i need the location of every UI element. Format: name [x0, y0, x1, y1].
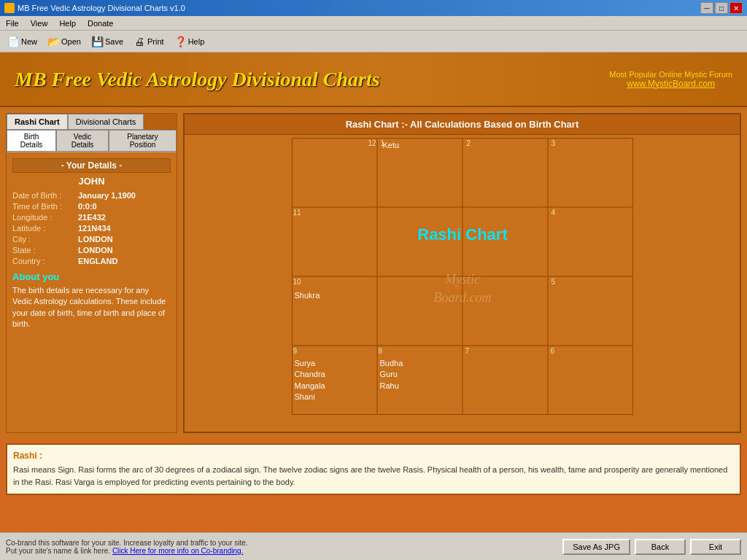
longitude-row: Longitude : 21E432 [12, 213, 171, 222]
cell-9-num: 9 [293, 347, 298, 355]
dob-value: January 1,1900 [78, 191, 136, 200]
about-text: The birth details are necessary for any … [12, 285, 171, 330]
header-banner: MB Free Vedic Astrology Divisional Chart… [0, 52, 747, 107]
window-title: MB Free Vedic Astrology Divisional Chart… [18, 4, 185, 12]
main-content: Rashi Chart Divisional Charts Birth Deta… [0, 107, 747, 439]
status-buttons: Save As JPG Back Exit [562, 539, 741, 555]
latitude-label: Latitude : [12, 224, 78, 233]
cell-10-num: 10 [293, 278, 301, 286]
chart-wrapper: Rashi Chart Mystic Board.com 12 1 Ketu 2… [185, 135, 740, 418]
status-text: Co-brand this software for your site. In… [6, 539, 248, 555]
status-bar: Co-brand this software for your site. In… [0, 532, 747, 560]
save-icon: 💾 [91, 36, 103, 47]
new-button[interactable]: 📄 New [4, 34, 40, 49]
save-button[interactable]: 💾 Save [88, 34, 126, 49]
longitude-value: 21E432 [78, 213, 106, 222]
subtab-planetary-position[interactable]: Planetary Position [109, 130, 177, 152]
dob-row: Date of Birth : January 1,1900 [12, 191, 171, 200]
menu-view[interactable]: View [28, 18, 51, 28]
cell-8-num: 8 [379, 347, 383, 355]
cell-5-num: 5 [551, 278, 556, 286]
website-link[interactable]: www.MysticBoard.com [609, 79, 732, 89]
tob-label: Time of Birth : [12, 202, 78, 211]
tagline: Most Popular Online Mystic Forum [609, 70, 732, 79]
maximize-button[interactable]: □ [715, 2, 728, 14]
dob-label: Date of Birth : [12, 191, 78, 200]
save-jpg-button[interactable]: Save As JPG [562, 539, 630, 555]
status-line2: Put your site's name & link here. Click … [6, 547, 248, 555]
app-icon [4, 3, 15, 13]
cobrand-link[interactable]: Click Here for more info on Co-branding. [112, 547, 244, 555]
desc-title: Rashi : [13, 451, 734, 461]
details-title: - Your Details - [12, 158, 171, 173]
exit-button[interactable]: Exit [690, 539, 741, 555]
back-button[interactable]: Back [635, 539, 686, 555]
menu-file[interactable]: File [3, 18, 22, 28]
cell-2-num: 2 [467, 139, 471, 147]
subtab-birth-details[interactable]: Birth Details [7, 130, 56, 152]
latitude-value: 121N434 [78, 224, 111, 233]
tob-row: Time of Birth : 0:0:0 [12, 202, 171, 211]
window-controls: ─ □ ✕ [700, 2, 743, 14]
state-label: State : [12, 246, 78, 254]
country-value: ENGLAND [78, 257, 117, 265]
cell-4-num: 4 [551, 209, 556, 217]
help-button[interactable]: ❓ Help [171, 34, 208, 49]
description-box: Rashi : Rasi means Sign. Rasi forms the … [6, 443, 741, 495]
desc-text: Rasi means Sign. Rasi forms the arc of 3… [13, 464, 734, 488]
svg-text:Rashi Chart: Rashi Chart [417, 225, 508, 244]
close-button[interactable]: ✕ [729, 2, 743, 14]
menu-bar: File View Help Donate [0, 16, 747, 31]
chart-title: Rashi Chart :- All Calculations Based on… [185, 114, 740, 135]
subtab-vedic-details[interactable]: Vedic Details [56, 130, 109, 152]
cell-10-shukra: Shukra [295, 291, 320, 300]
app-title: MB Free Vedic Astrology Divisional Chart… [15, 68, 380, 91]
svg-text:Board.com: Board.com [433, 290, 491, 305]
print-button[interactable]: 🖨 Print [131, 34, 167, 49]
cell-1-ketu: Ketu [383, 141, 400, 149]
main-tabs: Rashi Chart Divisional Charts [7, 114, 177, 130]
svg-text:Mystic: Mystic [444, 272, 480, 287]
cell-12-num: 12 [368, 139, 376, 147]
status-line1: Co-brand this software for your site. In… [6, 539, 248, 547]
city-row: City : LONDON [12, 235, 171, 244]
cell-7-num: 7 [465, 347, 470, 355]
open-icon: 📂 [47, 36, 59, 47]
new-icon: 📄 [7, 36, 19, 47]
about-title: About you [12, 271, 171, 282]
tab-divisional-charts[interactable]: Divisional Charts [68, 114, 144, 130]
menu-help[interactable]: Help [56, 18, 79, 28]
sub-tabs: Birth Details Vedic Details Planetary Po… [7, 130, 177, 152]
help-icon: ❓ [174, 36, 186, 47]
city-value: LONDON [78, 235, 113, 244]
state-row: State : LONDON [12, 246, 171, 254]
user-name: JOHN [12, 176, 171, 187]
banner-right: Most Popular Online Mystic Forum www.Mys… [609, 70, 732, 89]
toolbar: 📄 New 📂 Open 💾 Save 🖨 Print ❓ Help [0, 31, 747, 52]
tab-rashi-chart[interactable]: Rashi Chart [7, 114, 68, 130]
open-button[interactable]: 📂 Open [44, 34, 84, 49]
title-bar: MB Free Vedic Astrology Divisional Chart… [0, 0, 747, 16]
cell-9-planets: SuryaChandraMangalaShani [295, 358, 325, 403]
cell-8-planets: BudhaGuruRahu [380, 358, 403, 392]
cell-3-num: 3 [551, 139, 556, 147]
menu-donate[interactable]: Donate [85, 18, 116, 28]
country-label: Country : [12, 257, 78, 265]
latitude-row: Latitude : 121N434 [12, 224, 171, 233]
grid-svg: Rashi Chart Mystic Board.com [292, 138, 633, 415]
rashi-grid: Rashi Chart Mystic Board.com 12 1 Ketu 2… [292, 138, 633, 415]
print-icon: 🖨 [133, 36, 145, 47]
right-panel: Rashi Chart :- All Calculations Based on… [183, 113, 741, 433]
cell-11-num: 11 [293, 209, 301, 217]
minimize-button[interactable]: ─ [700, 2, 713, 14]
longitude-label: Longitude : [12, 213, 78, 222]
state-value: LONDON [78, 246, 113, 254]
left-panel: Rashi Chart Divisional Charts Birth Deta… [6, 113, 177, 433]
cell-6-num: 6 [551, 347, 555, 355]
details-box: - Your Details - JOHN Date of Birth : Ja… [7, 152, 177, 336]
city-label: City : [12, 235, 78, 244]
tob-value: 0:0:0 [78, 202, 97, 211]
country-row: Country : ENGLAND [12, 257, 171, 265]
